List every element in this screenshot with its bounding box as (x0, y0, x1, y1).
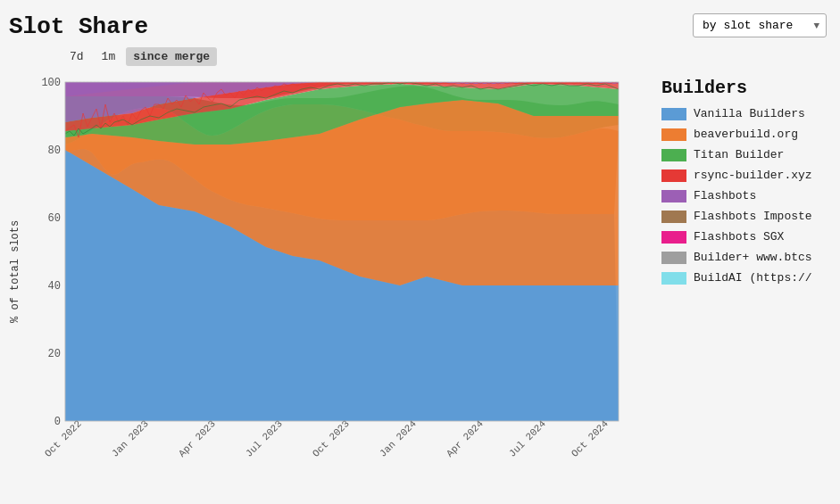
legend-color-swatch (661, 231, 686, 244)
chart-inner: 100 80 60 40 20 0 (25, 73, 644, 470)
legend-item: BuildAI (https:// (661, 271, 831, 285)
page-container: by slot share by block count ▼ Slot Shar… (0, 0, 840, 504)
legend-color-swatch (661, 149, 686, 161)
sort-dropdown[interactable]: by slot share by block count (693, 13, 827, 37)
legend-item: Flashbots Imposte (661, 210, 831, 223)
svg-text:Jan 2023: Jan 2023 (110, 418, 151, 459)
legend-item-label: Builder+ www.btcs (694, 251, 812, 264)
legend-item-label: Flashbots Imposte (694, 210, 812, 223)
dropdown-wrapper: by slot share by block count ▼ (693, 13, 827, 37)
svg-text:Oct 2024: Oct 2024 (570, 418, 611, 459)
legend-title: Builders (661, 78, 831, 98)
time-filter-group: 7d 1m since merge (62, 47, 831, 66)
legend-color-swatch (661, 272, 686, 285)
legend-item: Flashbots (661, 189, 831, 202)
chart-legend: Builders Vanilla Buildersbeaverbuild.org… (653, 73, 831, 470)
legend-item: Flashbots SGX (661, 230, 831, 244)
filter-since-merge[interactable]: since merge (126, 47, 217, 66)
svg-text:Apr 2023: Apr 2023 (177, 418, 218, 459)
sort-dropdown-container: by slot share by block count ▼ (693, 13, 827, 37)
legend-item: beaverbuild.org (661, 128, 831, 141)
legend-item-label: rsync-builder.xyz (694, 169, 812, 182)
chart-area: % of total slots 100 80 60 40 (9, 73, 831, 470)
svg-text:0: 0 (54, 416, 61, 428)
legend-color-swatch (661, 108, 686, 120)
filter-7d[interactable]: 7d (62, 47, 91, 66)
svg-text:40: 40 (48, 280, 61, 293)
legend-item: Vanilla Builders (661, 107, 831, 120)
legend-item: Builder+ www.btcs (661, 251, 831, 264)
svg-text:Oct 2022: Oct 2022 (43, 418, 84, 459)
svg-text:Jul 2023: Jul 2023 (244, 418, 285, 459)
y-axis-label: % of total slots (9, 73, 21, 470)
legend-item-label: beaverbuild.org (694, 128, 798, 141)
svg-text:Oct 2023: Oct 2023 (311, 418, 352, 459)
legend-item: rsync-builder.xyz (661, 169, 831, 182)
legend-color-swatch (661, 128, 686, 141)
chart-svg: 100 80 60 40 20 0 (25, 73, 632, 466)
svg-text:Jan 2024: Jan 2024 (378, 418, 419, 459)
svg-text:100: 100 (41, 77, 61, 89)
legend-color-swatch (661, 190, 686, 202)
legend-item-label: BuildAI (https:// (694, 271, 812, 285)
svg-text:80: 80 (48, 145, 61, 157)
legend-color-swatch (661, 252, 686, 264)
legend-item-label: Titan Builder (694, 148, 784, 161)
legend-color-swatch (661, 211, 686, 223)
legend-color-swatch (661, 169, 686, 182)
legend-item: Titan Builder (661, 148, 831, 161)
chart-wrapper: % of total slots 100 80 60 40 (9, 73, 644, 470)
svg-text:60: 60 (48, 212, 61, 225)
legend-item-label: Flashbots SGX (694, 230, 784, 244)
legend-item-label: Flashbots (694, 189, 756, 202)
svg-text:Apr 2024: Apr 2024 (445, 418, 486, 459)
svg-text:20: 20 (48, 348, 61, 360)
filter-1m[interactable]: 1m (95, 47, 123, 66)
svg-text:Jul 2024: Jul 2024 (507, 418, 548, 459)
legend-item-label: Vanilla Builders (694, 107, 805, 120)
